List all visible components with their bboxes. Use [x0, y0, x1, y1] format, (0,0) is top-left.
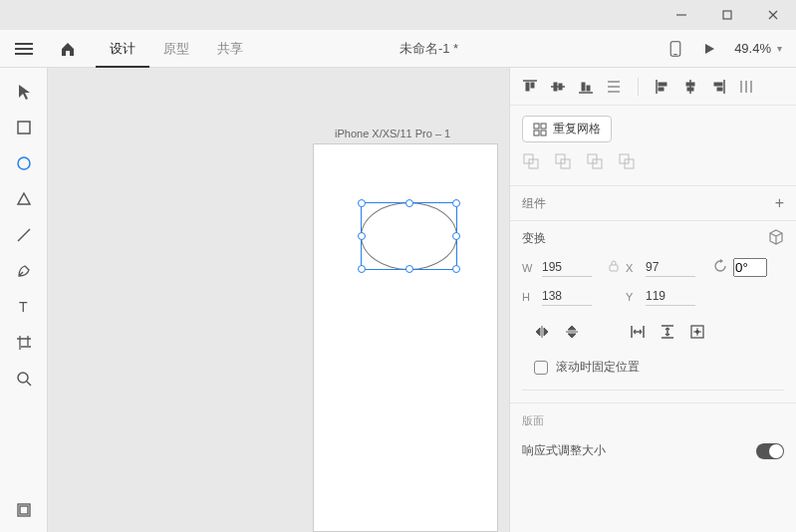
- chevron-down-icon: ▾: [777, 43, 782, 54]
- x-input[interactable]: [646, 258, 695, 277]
- tab-share[interactable]: 共享: [203, 30, 257, 68]
- artboard-tool[interactable]: [8, 327, 40, 359]
- document-title: 未命名-1 *: [257, 40, 661, 58]
- selection-handle[interactable]: [358, 265, 366, 273]
- svg-rect-16: [20, 506, 28, 514]
- distribute-vertical-icon[interactable]: [604, 77, 624, 97]
- zoom-dropdown[interactable]: 49.4% ▾: [728, 41, 788, 56]
- canvas[interactable]: iPhone X/XS/11 Pro – 1: [48, 68, 509, 532]
- add-component-button[interactable]: +: [775, 194, 784, 212]
- boolean-subtract-icon[interactable]: [554, 152, 572, 173]
- selection-handle[interactable]: [358, 232, 366, 240]
- layout-section-label: 版面: [522, 413, 784, 428]
- align-middle-icon[interactable]: [548, 77, 568, 97]
- svg-point-10: [18, 157, 30, 169]
- selection-handle[interactable]: [452, 232, 460, 240]
- window-close-button[interactable]: [750, 0, 796, 30]
- cube-3d-icon[interactable]: [768, 229, 784, 248]
- distribute-horizontal-icon[interactable]: [736, 77, 756, 97]
- svg-rect-19: [531, 83, 534, 88]
- repeat-grid-button[interactable]: 重复网格: [522, 116, 612, 142]
- svg-rect-37: [717, 88, 722, 91]
- rotate-icon: [713, 259, 727, 276]
- tab-prototype[interactable]: 原型: [149, 30, 203, 68]
- align-right-icon[interactable]: [708, 77, 728, 97]
- flip-horizontal-icon[interactable]: [534, 324, 550, 343]
- selection-handle[interactable]: [405, 199, 413, 207]
- svg-rect-1: [723, 11, 731, 19]
- polygon-tool[interactable]: [8, 183, 40, 215]
- selection-handle[interactable]: [358, 199, 366, 207]
- constrain-both-icon[interactable]: [689, 324, 705, 343]
- align-left-icon[interactable]: [653, 77, 672, 97]
- width-input[interactable]: [542, 258, 592, 277]
- assets-panel-button[interactable]: [8, 494, 40, 526]
- window-minimize-button[interactable]: [659, 0, 704, 30]
- align-top-icon[interactable]: [520, 77, 540, 97]
- rectangle-tool[interactable]: [8, 112, 40, 143]
- transform-section-label: 变换: [522, 230, 546, 247]
- zoom-tool[interactable]: [8, 363, 40, 395]
- fix-position-checkbox[interactable]: [534, 361, 548, 375]
- align-bottom-icon[interactable]: [576, 77, 596, 97]
- select-tool[interactable]: [8, 76, 40, 108]
- svg-text:T: T: [19, 299, 28, 315]
- flip-vertical-icon[interactable]: [564, 324, 580, 343]
- svg-rect-31: [659, 88, 663, 91]
- align-center-icon[interactable]: [680, 77, 700, 97]
- selection-box: [361, 202, 457, 270]
- artboard[interactable]: [313, 143, 498, 532]
- svg-rect-36: [714, 83, 722, 86]
- selection-handle[interactable]: [452, 265, 460, 273]
- svg-rect-9: [18, 122, 30, 133]
- hamburger-menu-button[interactable]: [0, 42, 48, 56]
- svg-rect-33: [686, 83, 694, 86]
- component-section-label: 组件: [522, 195, 546, 212]
- home-button[interactable]: [48, 41, 88, 57]
- selection-handle[interactable]: [405, 265, 413, 273]
- constrain-width-icon[interactable]: [630, 324, 646, 343]
- text-tool[interactable]: T: [8, 291, 40, 323]
- boolean-add-icon[interactable]: [522, 152, 540, 173]
- device-preview-icon[interactable]: [661, 34, 690, 64]
- height-input[interactable]: [542, 287, 592, 306]
- svg-rect-25: [587, 86, 590, 91]
- responsive-resize-toggle[interactable]: [756, 443, 784, 459]
- ellipse-tool[interactable]: [8, 147, 40, 179]
- svg-line-14: [27, 382, 31, 386]
- svg-rect-30: [659, 83, 666, 86]
- selection-handle[interactable]: [452, 199, 460, 207]
- fix-position-label: 滚动时固定位置: [556, 359, 640, 376]
- svg-point-13: [18, 373, 28, 383]
- repeat-grid-label: 重复网格: [553, 121, 601, 137]
- boolean-intersect-icon[interactable]: [586, 152, 604, 173]
- svg-rect-21: [554, 83, 557, 91]
- svg-rect-24: [582, 83, 585, 91]
- svg-rect-44: [541, 131, 546, 135]
- svg-line-11: [18, 229, 30, 241]
- boolean-exclude-icon[interactable]: [618, 152, 636, 173]
- play-button[interactable]: [694, 34, 724, 64]
- svg-rect-34: [687, 88, 693, 91]
- lock-aspect-icon[interactable]: [609, 260, 619, 275]
- svg-rect-41: [534, 124, 539, 129]
- line-tool[interactable]: [8, 219, 40, 251]
- zoom-value: 49.4%: [734, 41, 771, 56]
- tab-design[interactable]: 设计: [96, 30, 149, 68]
- responsive-resize-label: 响应式调整大小: [522, 442, 606, 459]
- constrain-height-icon[interactable]: [660, 324, 675, 343]
- svg-rect-42: [541, 124, 546, 129]
- svg-rect-7: [670, 41, 680, 55]
- svg-rect-22: [559, 84, 562, 90]
- svg-rect-43: [534, 131, 539, 135]
- rotation-input[interactable]: [733, 258, 767, 277]
- y-input[interactable]: [646, 287, 695, 306]
- window-maximize-button[interactable]: [704, 0, 750, 30]
- pen-tool[interactable]: [8, 255, 40, 287]
- svg-rect-18: [526, 83, 529, 91]
- svg-rect-53: [610, 265, 618, 271]
- artboard-label[interactable]: iPhone X/XS/11 Pro – 1: [335, 128, 450, 139]
